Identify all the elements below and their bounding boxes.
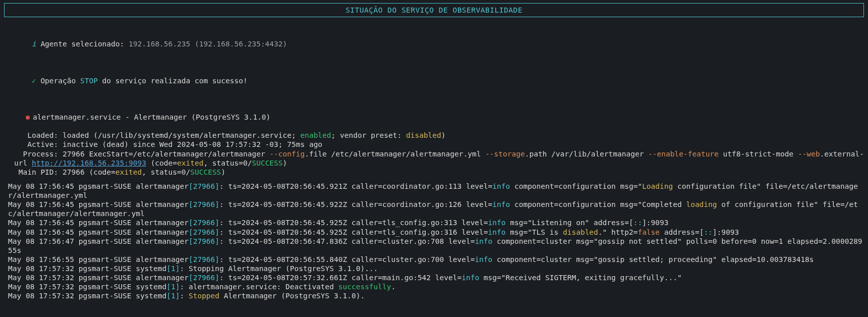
log-line: May 08 17:57:32 pgsmart-SUSE systemd[1]:… <box>4 291 864 300</box>
process-line: Process: 27966 ExecStart=/etc/alertmanag… <box>4 149 864 168</box>
op-name: STOP <box>80 77 98 85</box>
agent-label: Agente selecionado: <box>40 40 129 48</box>
info-icon: i <box>32 40 40 48</box>
log-line: May 08 17:56:45 pgsmart-SUSE alertmanage… <box>4 182 864 200</box>
goodbye-line: Até logo! <box>4 310 864 318</box>
service-name: alertmanager.service - Alertmanager (Pos… <box>33 113 270 121</box>
mainpid-line: Main PID: 27966 (code=exited, status=0/S… <box>4 168 864 177</box>
terminal-screen: SITUAÇÃO DO SERVIÇO DE OBSERVABILIDADE i… <box>0 0 868 317</box>
log-line: May 08 17:56:45 pgsmart-SUSE alertmanage… <box>4 228 864 237</box>
active-line: Active: inactive (dead) since Wed 2024-0… <box>4 140 864 149</box>
loaded-line: Loaded: loaded (/usr/lib/systemd/system/… <box>4 131 864 140</box>
check-icon: ✓ <box>32 77 40 85</box>
status-dot-icon <box>26 116 30 120</box>
log-line: May 08 17:57:32 pgsmart-SUSE alertmanage… <box>4 273 864 282</box>
op-result-line: ✓ Operação STOP do serviço realizada com… <box>4 67 864 94</box>
journal-log: May 08 17:56:45 pgsmart-SUSE alertmanage… <box>4 182 864 301</box>
service-header-line: alertmanager.service - Alertmanager (Pos… <box>4 103 864 131</box>
title-box: SITUAÇÃO DO SERVIÇO DE OBSERVABILIDADE <box>4 3 864 17</box>
log-line: May 08 17:57:32 pgsmart-SUSE systemd[1]:… <box>4 264 864 273</box>
log-line: May 08 17:56:45 pgsmart-SUSE alertmanage… <box>4 218 864 227</box>
agent-line: i Agente selecionado: 192.168.56.235 (19… <box>4 30 864 58</box>
log-line: May 08 17:56:47 pgsmart-SUSE alertmanage… <box>4 237 864 255</box>
page-title: SITUAÇÃO DO SERVIÇO DE OBSERVABILIDADE <box>345 6 523 14</box>
agent-value: 192.168.56.235 (192.168.56.235:4432) <box>129 40 287 48</box>
log-line: May 08 17:56:45 pgsmart-SUSE alertmanage… <box>4 200 864 218</box>
log-line: May 08 17:56:55 pgsmart-SUSE alertmanage… <box>4 255 864 264</box>
log-line: May 08 17:57:32 pgsmart-SUSE systemd[1]:… <box>4 282 864 291</box>
external-url-link[interactable]: http://192.168.56.235:9093 <box>32 159 146 167</box>
